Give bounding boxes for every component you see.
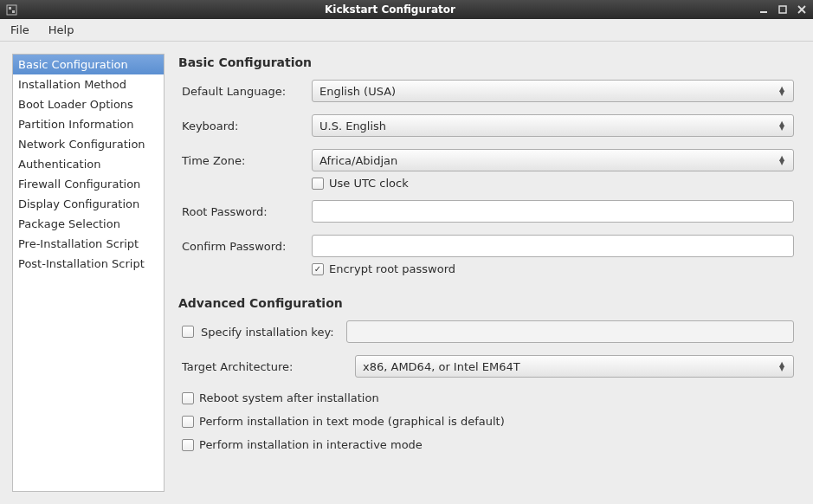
updown-icon: ▲▼ — [778, 87, 786, 95]
encrypt-row: Encrypt root password — [312, 262, 794, 275]
utc-label: Use UTC clock — [329, 177, 409, 190]
menu-help[interactable]: Help — [45, 22, 78, 38]
root-password-label: Root Password: — [182, 205, 268, 218]
basic-configuration-title: Basic Configuration — [178, 55, 794, 69]
svg-rect-4 — [779, 6, 786, 13]
window-title: Kickstart Configurator — [23, 3, 758, 16]
sidebar-item-boot-loader-options[interactable]: Boot Loader Options — [13, 94, 164, 114]
utc-row: Use UTC clock — [312, 177, 794, 190]
text-mode-checkbox[interactable] — [182, 416, 194, 428]
sidebar-item-network-configuration[interactable]: Network Configuration — [13, 134, 164, 154]
encrypt-label: Encrypt root password — [329, 262, 455, 275]
specify-key-row: Specify installation key: — [182, 320, 794, 343]
sidebar-item-post-installation-script[interactable]: Post-Installation Script — [13, 254, 164, 274]
reboot-checkbox[interactable] — [182, 392, 194, 404]
target-arch-row: Target Architecture: x86, AMD64, or Inte… — [182, 355, 794, 378]
default-language-value: English (USA) — [319, 85, 778, 98]
window-controls — [758, 3, 808, 16]
utc-checkbox[interactable] — [312, 178, 324, 190]
sidebar-item-firewall-configuration[interactable]: Firewall Configuration — [13, 174, 164, 194]
keyboard-combo[interactable]: U.S. English ▲▼ — [312, 114, 794, 137]
svg-rect-2 — [12, 10, 15, 13]
reboot-label: Reboot system after installation — [199, 391, 379, 404]
titlebar: Kickstart Configurator — [0, 0, 813, 19]
timezone-label: Time Zone: — [182, 154, 245, 167]
interactive-row: Perform installation in interactive mode — [182, 438, 794, 451]
text-mode-label: Perform installation in text mode (graph… — [199, 415, 505, 428]
menubar: File Help — [0, 19, 813, 42]
updown-icon: ▲▼ — [778, 121, 786, 130]
svg-rect-0 — [7, 5, 16, 15]
main-panel: Basic Configuration Default Language: En… — [178, 54, 801, 492]
root-password-input[interactable] — [312, 200, 794, 223]
timezone-combo[interactable]: Africa/Abidjan ▲▼ — [312, 149, 794, 171]
updown-icon: ▲▼ — [778, 362, 786, 371]
menu-file[interactable]: File — [7, 22, 33, 38]
app-icon — [5, 3, 17, 16]
target-arch-label: Target Architecture: — [182, 360, 293, 373]
updown-icon: ▲▼ — [778, 156, 786, 165]
sidebar-item-pre-installation-script[interactable]: Pre-Installation Script — [13, 234, 164, 254]
sidebar-item-authentication[interactable]: Authentication — [13, 154, 164, 174]
target-arch-combo[interactable]: x86, AMD64, or Intel EM64T ▲▼ — [355, 355, 794, 378]
password-form: Root Password: Confirm Password: — [182, 200, 794, 257]
svg-rect-1 — [9, 7, 11, 10]
interactive-label: Perform installation in interactive mode — [199, 438, 423, 451]
minimize-button[interactable] — [758, 3, 770, 16]
basic-form: Default Language: English (USA) ▲▼ Keybo… — [182, 80, 794, 171]
target-arch-value: x86, AMD64, or Intel EM64T — [363, 360, 778, 373]
content: Basic Configuration Installation Method … — [0, 42, 813, 504]
close-button[interactable] — [796, 3, 808, 16]
keyboard-label: Keyboard: — [182, 120, 239, 132]
sidebar-item-basic-configuration[interactable]: Basic Configuration — [13, 55, 164, 74]
sidebar-item-installation-method[interactable]: Installation Method — [13, 74, 164, 94]
sidebar-item-display-configuration[interactable]: Display Configuration — [13, 194, 164, 214]
sidebar-item-partition-information[interactable]: Partition Information — [13, 114, 164, 134]
confirm-password-label: Confirm Password: — [182, 240, 286, 253]
timezone-value: Africa/Abidjan — [319, 154, 778, 167]
sidebar-item-package-selection[interactable]: Package Selection — [13, 214, 164, 234]
encrypt-checkbox[interactable] — [312, 263, 324, 275]
svg-rect-3 — [760, 11, 767, 13]
interactive-checkbox[interactable] — [182, 439, 194, 451]
sidebar[interactable]: Basic Configuration Installation Method … — [12, 54, 165, 492]
specify-key-checkbox[interactable] — [182, 326, 194, 338]
specify-key-label: Specify installation key: — [201, 326, 339, 339]
maximize-button[interactable] — [777, 3, 789, 16]
default-language-combo[interactable]: English (USA) ▲▼ — [312, 80, 794, 102]
confirm-password-input[interactable] — [312, 235, 794, 257]
specify-key-input[interactable] — [346, 320, 794, 343]
advanced-configuration-title: Advanced Configuration — [178, 296, 794, 310]
text-mode-row: Perform installation in text mode (graph… — [182, 415, 794, 428]
keyboard-value: U.S. English — [319, 120, 778, 132]
default-language-label: Default Language: — [182, 85, 286, 98]
reboot-row: Reboot system after installation — [182, 391, 794, 404]
